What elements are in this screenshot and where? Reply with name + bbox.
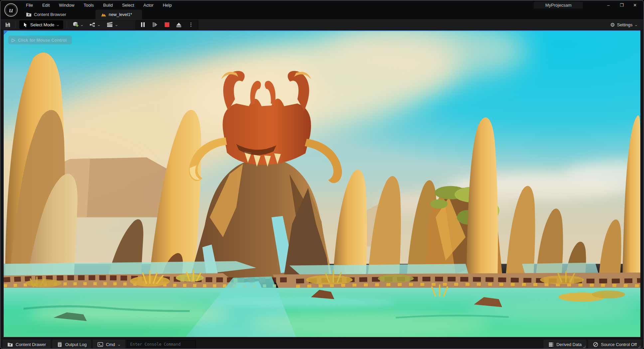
content-browser-button[interactable]: Content Browser [21, 10, 71, 19]
cinematics-dropdown[interactable]: ⌄ [104, 20, 120, 29]
viewport-frame: ▷ Click for Mouse Control [1, 30, 643, 338]
save-icon [5, 22, 11, 28]
save-button[interactable] [3, 20, 12, 29]
play-controls [135, 20, 199, 30]
unreal-logo[interactable]: u [1, 1, 21, 19]
unreal-logo-icon: u [4, 3, 18, 17]
stop-button[interactable] [161, 20, 173, 29]
resize-corner-icon [583, 346, 585, 348]
console-command-input[interactable] [127, 340, 196, 349]
menu-help[interactable]: Help [158, 1, 176, 10]
frame-skip-button[interactable] [149, 20, 161, 29]
menu-window[interactable]: Window [54, 1, 79, 10]
source-control-label: Source Control Off [601, 342, 637, 347]
svg-text:u: u [9, 6, 13, 14]
output-log-icon [57, 342, 63, 347]
viewport-focus-corner [4, 31, 8, 35]
kebab-menu-icon [190, 22, 192, 27]
play-options-button[interactable] [185, 20, 197, 29]
chevron-down-icon: ⌄ [117, 343, 121, 346]
tab-bar: Content Browser new_level1* [21, 10, 643, 19]
derived-data-label: Derived Data [557, 342, 582, 347]
source-control-off-icon [593, 342, 598, 347]
cmd-label: Cmd [106, 342, 115, 347]
menu-file[interactable]: File [21, 1, 38, 10]
folder-search-icon [26, 12, 32, 17]
level-tab-label: new_level1* [109, 12, 132, 17]
eject-icon [176, 22, 182, 27]
source-control-button[interactable]: Source Control Off [588, 340, 641, 349]
mouse-control-hint-label: Click for Mouse Control [18, 38, 67, 43]
add-cube-icon [72, 21, 80, 28]
close-button[interactable]: ✕ [629, 1, 641, 9]
output-log-button[interactable]: Output Log [52, 340, 91, 349]
blueprints-dropdown[interactable]: ⌄ [87, 20, 102, 29]
menu-bar: File Edit Window Tools Build Select Acto… [21, 1, 643, 10]
project-title: MyProjecsam [534, 2, 583, 9]
chevron-down-icon: ⌄ [97, 23, 101, 27]
titlebar: u File Edit Window Tools Build Select Ac… [1, 1, 643, 19]
gear-icon: ⚙ [610, 22, 615, 28]
select-mode-label: Select Mode [30, 22, 54, 27]
pause-button[interactable] [137, 20, 149, 29]
minimize-button[interactable]: – [603, 1, 614, 9]
select-mode-dropdown[interactable]: Select Mode ⌄ [19, 20, 63, 29]
mouse-control-hint[interactable]: ▷ Click for Mouse Control [8, 36, 72, 44]
step-forward-icon [152, 22, 158, 27]
stop-icon [165, 22, 169, 27]
derived-data-icon [548, 342, 554, 347]
level-icon [101, 12, 106, 17]
content-drawer-button[interactable]: Content Drawer [3, 340, 51, 349]
blueprint-nodes-icon [89, 22, 96, 28]
chevron-down-icon: ⌄ [80, 23, 84, 27]
pause-icon [140, 22, 145, 27]
viewport-scene [4, 31, 640, 337]
resize-corner-icon [638, 346, 640, 348]
status-bar: Content Drawer Output Log Cmd ⌄ [1, 338, 643, 349]
folder-search-icon [7, 342, 13, 347]
chevron-down-icon: ⌄ [634, 23, 638, 27]
menu-edit[interactable]: Edit [38, 1, 54, 10]
derived-data-button[interactable]: Derived Data [544, 340, 586, 349]
content-browser-label: Content Browser [34, 12, 66, 17]
cursor-icon [23, 22, 28, 27]
output-log-label: Output Log [65, 342, 86, 347]
unreal-editor-window: u File Edit Window Tools Build Select Ac… [0, 0, 644, 349]
menu-build[interactable]: Build [98, 1, 117, 10]
main-toolbar: Select Mode ⌄ ⌄ ⌄ [1, 19, 643, 30]
menu-select[interactable]: Select [117, 1, 139, 10]
menu-actor[interactable]: Actor [139, 1, 158, 10]
terminal-icon [97, 342, 103, 347]
level-viewport[interactable]: ▷ Click for Mouse Control [4, 30, 640, 337]
level-tab[interactable]: new_level1* [95, 10, 142, 19]
content-drawer-label: Content Drawer [16, 342, 46, 347]
chevron-down-icon: ⌄ [115, 23, 119, 27]
cmd-dropdown[interactable]: Cmd ⌄ [93, 340, 125, 349]
settings-label: Settings [617, 22, 633, 27]
restore-button[interactable]: ❐ [616, 1, 627, 9]
add-actor-dropdown[interactable]: ⌄ [70, 20, 85, 29]
menu-tools[interactable]: Tools [79, 1, 98, 10]
eject-button[interactable] [173, 20, 185, 29]
clapperboard-icon [106, 22, 114, 28]
chevron-down-icon: ⌄ [56, 23, 60, 27]
settings-dropdown[interactable]: ⚙ Settings ⌄ [607, 20, 641, 29]
cursor-outline-icon: ▷ [12, 37, 15, 43]
